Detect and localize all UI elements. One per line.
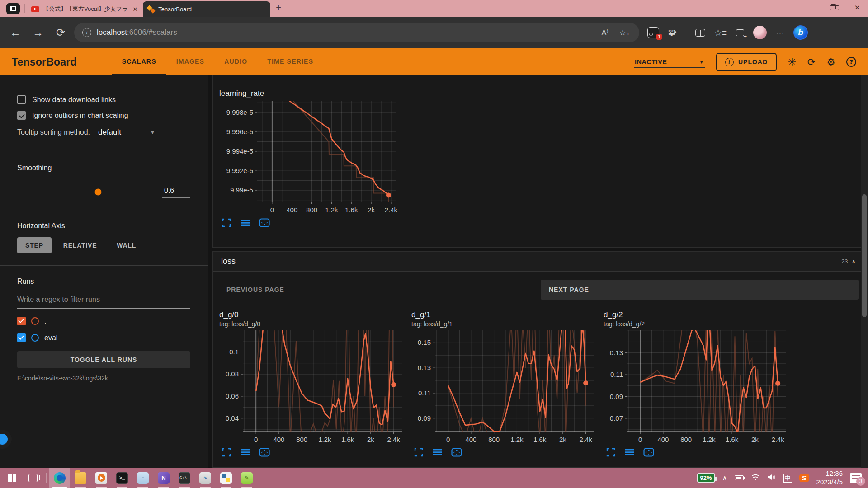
start-button[interactable] [2,468,23,488]
smoothing-value-input[interactable]: 0.6 [162,186,190,198]
run-color-swatch[interactable] [31,317,39,325]
next-page-button[interactable]: NEXT PAGE [541,280,859,300]
back-button[interactable]: ← [6,23,24,42]
taskbar-app-terminal[interactable]: >_ [112,468,132,488]
theme-toggle-icon[interactable]: ☀ [788,56,797,68]
previous-page-button[interactable]: PREVIOUS PAGE [218,280,536,300]
expand-chart-icon[interactable] [222,448,231,459]
read-aloud-icon[interactable]: A⁾ [599,28,611,38]
full-size-icon[interactable] [624,448,634,459]
fit-domain-icon[interactable] [643,448,654,459]
smoothing-slider[interactable] [17,192,152,192]
task-view-button[interactable] [23,468,43,488]
browser-essentials-icon[interactable]: 1 [647,27,659,38]
full-size-icon[interactable] [240,448,250,459]
notification-center-icon[interactable]: 3 [850,473,862,483]
chart-count-badge: 23 [841,258,848,265]
taskbar-app-file-explorer[interactable] [70,468,91,488]
gear-icon[interactable]: ⚙ [826,56,835,68]
taskbar-app-cmd[interactable]: C:\_ [174,468,195,488]
loss-section-card: loss 23 ∧ PREVIOUS PAGE NEXT PAGE d_g/0 … [212,251,864,468]
battery-percent-badge[interactable]: 92% [697,473,715,483]
battery-icon[interactable] [735,475,744,480]
settings-more-icon[interactable]: ⋯ [776,28,784,38]
tab-close-icon[interactable]: ✕ [132,6,138,13]
taskbar-app-notepad[interactable]: ≡ [132,468,153,488]
learning-rate-chart[interactable]: 9.998e-59.996e-59.994e-59.992e-59.99e-50… [219,98,859,217]
help-icon[interactable]: ? [846,57,856,67]
toggle-all-runs-button[interactable]: TOGGLE ALL RUNS [17,351,190,368]
svg-text:800: 800 [296,436,307,443]
taskbar-app-notepad-plus-plus[interactable]: ✎ [236,468,257,488]
forward-button[interactable]: → [29,23,47,42]
svg-text:800: 800 [680,436,692,443]
run-checkbox[interactable] [17,317,26,325]
loss-charts-row: d_g/0 tag: loss/d_g/0 0.040.060.080.1040… [214,310,864,459]
bing-chat-icon[interactable]: b [793,25,808,40]
loss-section-header[interactable]: loss 23 ∧ [213,252,864,272]
run-checkbox[interactable] [17,333,26,342]
minimize-button[interactable]: — [807,4,816,12]
sogou-icon[interactable]: S [799,474,809,482]
axis-step-button[interactable]: STEP [17,237,52,253]
extensions-puzzle-icon[interactable]: 🧩︎ [668,28,677,38]
volume-icon[interactable] [767,474,776,482]
workspaces-icon[interactable] [6,3,20,14]
slider-thumb[interactable] [95,188,102,195]
tensorboard-logo: TensorBoard [12,56,77,68]
svg-text:9.996e-5: 9.996e-5 [226,128,253,136]
address-bar[interactable]: i localhost:6006/#scalars A⁾ ☆₊ [74,23,639,42]
tab-images[interactable]: IMAGES [166,48,214,75]
axis-relative-button[interactable]: RELATIVE [55,237,105,253]
run-color-swatch[interactable] [31,334,39,342]
show-download-checkbox[interactable] [17,95,26,104]
taskbar-app-edge[interactable] [49,468,70,488]
scalar-chart[interactable]: 0.040.060.080.104008001.2k1.6k2k2.4k [219,328,406,447]
scalar-chart[interactable]: 0.070.090.110.1304008001.2k1.6k2k2.4k [604,328,790,447]
url-text[interactable]: localhost:6006/#scalars [97,28,593,37]
taskbar-app-media-player[interactable] [91,468,112,488]
tab-scalars[interactable]: SCALARS [112,48,166,75]
chevron-up-icon[interactable]: ∧ [851,258,856,265]
tooltip-sorting-select[interactable]: default▼ [97,127,156,140]
close-button[interactable]: ✕ [853,4,862,12]
site-info-icon[interactable]: i [82,28,91,37]
scrollbar-thumb[interactable] [862,194,867,317]
tab-youtube[interactable]: 【公式】【東方Vocal】少女フラ ✕ [27,1,143,17]
ignore-outliers-checkbox[interactable] [17,111,26,120]
profile-avatar[interactable] [753,26,767,39]
add-favorite-icon[interactable]: ☆₊ [617,28,633,38]
new-tab-button[interactable]: + [276,3,281,13]
taskbar-app-python[interactable] [216,468,236,488]
tab-audio[interactable]: AUDIO [214,48,257,75]
reload-data-icon[interactable]: ⟳ [807,56,816,68]
full-size-icon[interactable] [432,448,442,459]
run-status-dropdown[interactable]: INACTIVE▼ [634,56,705,68]
taskbar-clock[interactable]: 12:36 2023/4/5 [816,469,843,487]
fit-domain-icon[interactable] [259,448,270,459]
expand-chart-icon[interactable] [222,218,231,229]
restore-button[interactable] [830,4,839,12]
split-screen-icon[interactable] [695,29,705,37]
scalar-chart[interactable]: 0.090.110.130.1504008001.2k1.6k2k2.4k [411,328,598,447]
upload-button[interactable]: i UPLOAD [716,53,777,71]
fit-domain-icon[interactable] [259,218,270,229]
tab-tensorboard[interactable]: TensorBoard [143,1,270,17]
favorites-icon[interactable]: ☆≡ [714,28,727,38]
collections-icon[interactable] [736,29,744,36]
expand-chart-icon[interactable] [606,448,615,459]
refresh-button[interactable]: ⟳ [52,23,70,42]
ime-indicator[interactable]: 中 [783,474,792,483]
svg-text:9.994e-5: 9.994e-5 [226,147,253,155]
wifi-icon[interactable] [751,474,760,482]
taskbar-app-neovim[interactable]: N [153,468,174,488]
page-scrollbar[interactable] [861,75,868,468]
runs-filter-input[interactable] [17,293,190,309]
full-size-icon[interactable] [240,218,250,229]
fit-domain-icon[interactable] [451,448,462,459]
taskbar-app-audio-monitor[interactable]: ∿ [195,468,216,488]
tab-time-series[interactable]: TIME SERIES [257,48,323,75]
axis-wall-button[interactable]: WALL [108,237,144,253]
tray-chevron-icon[interactable]: ∧ [722,474,727,482]
expand-chart-icon[interactable] [414,448,423,459]
